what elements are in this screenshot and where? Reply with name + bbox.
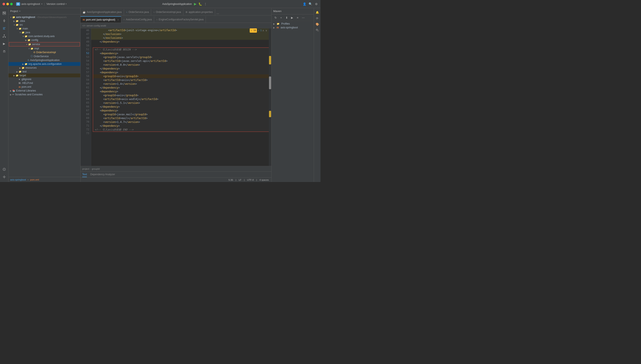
tab-orderserviceimpl[interactable]: ○ OrderServiceImpl.java <box>151 9 183 15</box>
maven-collapse[interactable]: ≡ <box>295 15 300 20</box>
tree-item-resources[interactable]: ▶ 📁 resources <box>9 66 80 70</box>
profiles-label: Profiles <box>281 22 290 25</box>
tree-item-main[interactable]: ▾ 📁 main <box>9 27 80 30</box>
svg-rect-9 <box>3 37 4 38</box>
panel-dropdown[interactable]: ▾ <box>19 10 20 12</box>
maven-add[interactable]: + <box>279 15 283 20</box>
profile-icon[interactable]: 👤 <box>303 2 306 6</box>
problems-icon[interactable] <box>1 166 8 173</box>
tab-axisspringbootapp[interactable]: ☕ AxisSpringbootApplication.java <box>81 9 124 15</box>
tree-item-impl[interactable]: ▾ 📁 impl <box>9 46 80 50</box>
ln-50: 50 <box>86 44 89 48</box>
tree-item-help[interactable]: M↓ HELP.md <box>9 81 80 85</box>
run-icon[interactable]: ▶ <box>1 40 8 47</box>
gitignore-label: .gitignore <box>21 78 31 81</box>
maven-refresh[interactable]: ↻ <box>273 15 278 20</box>
debug-button[interactable]: 🐛 <box>199 2 202 6</box>
app-dropdown-icon[interactable]: ▾ <box>41 3 43 5</box>
tree-item-java[interactable]: ▾ 📁 java <box>9 30 80 34</box>
tab-engineconfigfactory[interactable]: ○ EngineConfigurationFactoryServlet.java <box>154 16 206 23</box>
code-editor: 46 47 48 49 50 51 52 53 54 55 56 57 58 5… <box>81 28 271 166</box>
minimize-button[interactable] <box>6 3 9 5</box>
commit-icon[interactable] <box>1 17 8 24</box>
maven-profiles[interactable]: ▶ 📁 Profiles <box>272 22 314 26</box>
tab-dependency-analyzer[interactable]: Dependency Analyzer <box>90 172 115 177</box>
impl-label: impl <box>34 47 39 50</box>
run-button[interactable]: ▶ <box>194 2 197 6</box>
sync-icon[interactable]: ⟳ <box>315 16 320 21</box>
right-icon-rail: 🔔 ⟳ 🎨 🔌 <box>314 8 321 182</box>
tree-item-pom[interactable]: m pom.xml <box>9 85 80 89</box>
vc-dropdown-icon[interactable]: ▾ <box>66 3 67 5</box>
search-icon[interactable]: 🔍 <box>309 2 312 6</box>
class-icon: © <box>34 51 35 54</box>
code-line-57: <dependency> <box>93 70 269 74</box>
debug-side-icon[interactable] <box>1 48 8 55</box>
svg-rect-3 <box>5 13 5 13</box>
scrollbar-thumb[interactable] <box>269 76 271 89</box>
changes-icon[interactable] <box>1 25 8 32</box>
code-line-59: <artifactId>axis</artifactId> <box>93 78 269 82</box>
code-line-62: <dependency> <box>93 90 269 94</box>
expand-arrow: ▾ <box>22 35 25 38</box>
tab-orderservice[interactable]: ○ OrderService.java <box>124 9 151 15</box>
scrollbar-track[interactable] <box>269 28 271 166</box>
ln-68: 68 <box>86 112 89 116</box>
code-lines: <artifactId>junit-vintage-engine</artifa… <box>91 28 271 136</box>
bc-file[interactable]: server-config.wsdd <box>87 24 106 27</box>
notifications-icon[interactable]: 🔔 <box>315 10 320 15</box>
code-line-54: <artifactId>javax.servlet-api</artifactI… <box>93 59 269 63</box>
main-label: main <box>23 27 28 30</box>
code-content[interactable]: <artifactId>junit-vintage-engine</artifa… <box>91 28 271 166</box>
tree-item-orderserviceimpl[interactable]: © OrderServiceImpl <box>9 50 80 54</box>
plugin-icon[interactable]: 🔌 <box>315 28 320 33</box>
tab-axisserviceconfig[interactable]: ○ AxisServiceConfig.java <box>121 16 154 23</box>
maven-run[interactable]: ▶ <box>290 15 294 20</box>
tab-text-label: Text <box>82 173 87 176</box>
paint-icon[interactable]: 🎨 <box>315 22 320 27</box>
tree-item-orgapache[interactable]: ▶ 📁 org.apache.axis.configuration <box>9 62 80 66</box>
tree-item-com[interactable]: ▾ 📁 com.iambest.study.axis <box>9 34 80 38</box>
maven-more[interactable]: ⋯ <box>301 15 305 20</box>
orderserviceimpl-label: OrderServiceImpl <box>36 51 56 54</box>
maven-download[interactable]: ⬇ <box>284 15 289 20</box>
maximize-button[interactable] <box>10 3 13 5</box>
tree-item-root[interactable]: ▾ 📁 axis-springboot ~/Developer/ideawork… <box>9 15 80 19</box>
more-run-options[interactable]: ⋮ <box>204 2 207 6</box>
tree-item-gitignore[interactable]: ● .gitignore <box>9 77 80 81</box>
settings-icon[interactable]: ⚙ <box>315 2 318 6</box>
tree-item-idea[interactable]: ▶ 📁 .idea <box>9 19 80 23</box>
tree-item-test[interactable]: ▶ 📁 test <box>9 70 80 74</box>
git-icon[interactable] <box>1 174 8 180</box>
tree-item-axisspringboot[interactable]: © AxisSpringbootApplication <box>9 58 80 62</box>
tree-item-extlib[interactable]: ▶ 📚 External Libraries <box>9 89 80 92</box>
tab-close-icon[interactable]: ✕ <box>117 19 119 21</box>
tree-item-service[interactable]: ▾ 📁 service <box>9 42 80 46</box>
tab-pom[interactable]: m pom.xml (axis-springboot) ✕ <box>81 16 121 23</box>
project-link[interactable]: axis-springboot <box>10 178 26 181</box>
tree-item-target[interactable]: ▶ 📁 target <box>9 74 80 77</box>
code-line-68: <groupId>javax.mail</groupId> <box>93 112 269 116</box>
structure-icon[interactable] <box>1 33 8 40</box>
nav-arrows[interactable]: ∧ ∨ <box>262 28 267 32</box>
tree-item-src[interactable]: ▾ 📁 src <box>9 23 80 27</box>
tree-item-scratches[interactable]: ▶ ✏ Scratches and Consoles <box>9 92 80 96</box>
close-button[interactable] <box>3 3 5 5</box>
folder-icon: 📁 <box>16 24 19 26</box>
project-icon[interactable] <box>1 10 8 16</box>
ln-48: 48 <box>86 36 89 40</box>
ln-72: 72 <box>86 128 89 131</box>
tree-item-orderservice[interactable]: ⓘ OrderService <box>9 54 80 58</box>
pom-link[interactable]: pom.xml <box>30 178 39 181</box>
tab-applicationproperties[interactable]: ⚙ application.properties <box>183 9 215 15</box>
ln-62: 62 <box>86 90 89 93</box>
maven-axis-springboot[interactable]: ▶ m axis-springboot <box>272 26 314 30</box>
version-control[interactable]: Version control ▾ <box>47 2 67 6</box>
tab-text[interactable]: Text <box>82 172 87 177</box>
tab-bar-bottom: m pom.xml (axis-springboot) ✕ ○ AxisServ… <box>81 16 271 23</box>
app-name[interactable]: A axis-springboot ▾ <box>16 2 43 6</box>
tab-more[interactable]: ⋯ <box>215 12 220 15</box>
expand-arrow: ▶ <box>22 63 25 65</box>
src-label: src <box>20 23 23 26</box>
tree-item-config[interactable]: ▶ 📁 config <box>9 38 80 42</box>
